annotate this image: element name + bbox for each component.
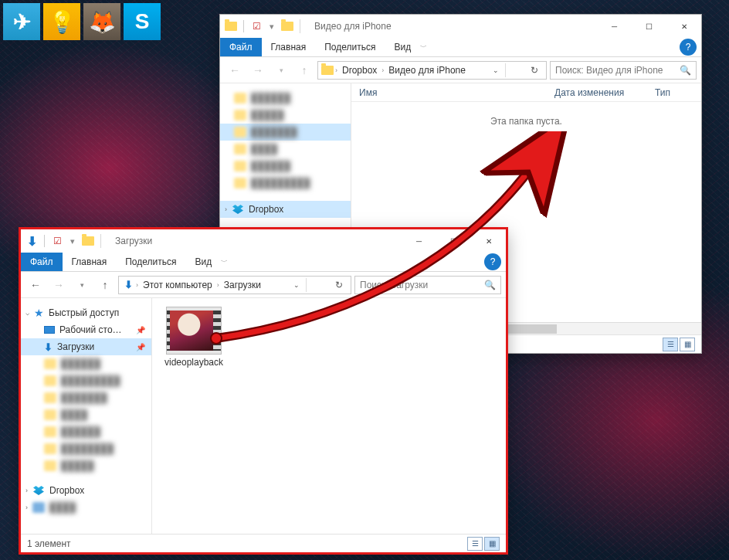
chevron-right-icon[interactable]: ›	[335, 66, 337, 74]
ribbon-expand-icon[interactable]: ﹀	[420, 42, 427, 53]
sidebar-item-blur[interactable]: ██████	[21, 355, 151, 372]
column-type[interactable]: Тип	[655, 87, 701, 98]
sidebar-item-quick-access[interactable]: ⌵ ★ Быстрый доступ	[21, 304, 151, 321]
keep-icon[interactable]: 💡	[43, 3, 80, 40]
crumb-current[interactable]: Видео для iPhone	[385, 65, 469, 76]
help-icon[interactable]: ?	[484, 253, 501, 270]
search-placeholder: Поиск: Загрузки	[360, 280, 428, 290]
refresh-icon[interactable]: ↻	[331, 280, 348, 290]
sidebar-item-blur[interactable]: █████████	[21, 372, 151, 389]
help-icon[interactable]: ?	[680, 39, 697, 56]
ribbon-expand-icon[interactable]: ﹀	[221, 257, 228, 267]
downloads-icon: ⬇	[44, 341, 53, 353]
qat-dropdown-icon[interactable]: ▾	[66, 235, 79, 247]
forward-button[interactable]: →	[248, 60, 268, 80]
sidebar-item-label: Dropbox	[249, 204, 283, 215]
minimize-button[interactable]: ─	[402, 229, 436, 253]
view-large-icons-icon[interactable]: ▦	[484, 537, 500, 551]
telegram-icon[interactable]: ✈	[3, 3, 40, 40]
breadcrumb[interactable]: › Dropbox › Видео для iPhone ⌄ ↻	[317, 61, 547, 80]
search-input[interactable]: Поиск: Загрузки 🔍	[354, 276, 501, 294]
ribbon-tab-home[interactable]: Главная	[262, 38, 316, 56]
desktop-icon	[44, 326, 55, 334]
file-view[interactable]: videoplayback	[152, 298, 506, 534]
back-button[interactable]: ←	[225, 60, 245, 80]
titlebar[interactable]: ⬇ ☑ ▾ Загрузки ─ ☐ ✕	[21, 229, 506, 253]
sidebar-item-downloads[interactable]: ⬇ Загрузки 📌	[21, 338, 151, 355]
refresh-icon[interactable]: ↻	[526, 65, 543, 76]
address-bar: ← → ▾ ↑ › Dropbox › Видео для iPhone ⌄ ↻…	[220, 57, 701, 83]
close-button[interactable]: ✕	[666, 15, 701, 38]
gimp-icon[interactable]: 🦊	[83, 3, 120, 40]
skype-icon[interactable]: S	[124, 3, 161, 40]
title-separator	[300, 19, 300, 33]
chevron-right-icon[interactable]: ›	[217, 281, 219, 289]
forward-button[interactable]: →	[49, 275, 69, 295]
sidebar-item-blur[interactable]: ██████	[220, 158, 351, 175]
sidebar-item-blur[interactable]: █████	[21, 457, 151, 474]
sidebar-item-blur[interactable]: ██████	[220, 90, 351, 107]
recent-dropdown-icon[interactable]: ▾	[271, 60, 291, 80]
view-details-icon[interactable]: ☰	[467, 537, 483, 551]
ribbon-tab-view[interactable]: Вид	[385, 38, 420, 56]
ribbon-tab-share[interactable]: Поделиться	[116, 253, 185, 271]
sidebar-item-label: Dropbox	[49, 485, 84, 496]
crumb-current[interactable]: Загрузки	[221, 280, 264, 290]
ribbon-tab-file[interactable]: Файл	[220, 38, 262, 56]
up-button[interactable]: ↑	[294, 60, 314, 80]
ribbon-tab-home[interactable]: Главная	[63, 253, 117, 271]
sidebar-item-blur[interactable]: ████	[220, 141, 351, 158]
crumb-dropbox[interactable]: Dropbox	[339, 65, 380, 76]
sidebar-item-blur[interactable]: ██████	[21, 423, 151, 440]
column-name[interactable]: Имя	[359, 87, 554, 98]
sidebar-item-blur[interactable]: █████████	[220, 175, 351, 192]
sidebar-item-blur[interactable]: ████████	[21, 440, 151, 457]
crumb-pc[interactable]: Этот компьютер	[140, 280, 215, 290]
ribbon-tab-view[interactable]: Вид	[185, 253, 221, 271]
sidebar-item-blur[interactable]: ███████	[220, 124, 351, 141]
sidebar-item-dropbox[interactable]: › Dropbox	[220, 201, 351, 218]
column-headers[interactable]: Имя Дата изменения Тип	[351, 83, 701, 102]
recent-dropdown-icon[interactable]: ▾	[72, 275, 92, 295]
sidebar-item-blur[interactable]: ███████	[21, 389, 151, 406]
explorer-window-downloads[interactable]: ⬇ ☑ ▾ Загрузки ─ ☐ ✕ Файл Главная Подели…	[20, 229, 507, 553]
sidebar-item-blur[interactable]: ████	[21, 406, 151, 423]
sidebar-item-blur[interactable]: █████	[220, 107, 351, 124]
pin-icon: 📌	[136, 326, 145, 334]
taskbar: ✈ 💡 🦊 S	[0, 0, 164, 43]
sidebar-item-blur[interactable]: ›████	[21, 499, 151, 516]
sidebar-item-label: Загрузки	[57, 341, 94, 352]
ribbon-tab-share[interactable]: Поделиться	[315, 38, 385, 56]
search-icon[interactable]: 🔍	[484, 280, 496, 290]
chevron-right-icon[interactable]: ›	[381, 66, 384, 74]
properties-icon[interactable]: ☑	[51, 235, 63, 247]
ribbon: Файл Главная Поделиться Вид ﹀ ?	[220, 38, 701, 57]
minimize-button[interactable]: ─	[597, 15, 632, 38]
breadcrumb-dropdown-icon[interactable]: ⌄	[289, 281, 304, 289]
column-date[interactable]: Дата изменения	[554, 87, 655, 98]
maximize-button[interactable]: ☐	[632, 15, 666, 38]
back-button[interactable]: ←	[25, 275, 46, 295]
titlebar[interactable]: ☑ ▾ Видео для iPhone ─ ☐ ✕	[220, 15, 701, 38]
folder-icon	[82, 235, 94, 247]
up-button[interactable]: ↑	[95, 275, 115, 295]
sidebar-item-desktop[interactable]: Рабочий сто… 📌	[21, 321, 151, 338]
ribbon-tab-file[interactable]: Файл	[21, 253, 63, 271]
nav-pane[interactable]: ⌵ ★ Быстрый доступ Рабочий сто… 📌 ⬇ Загр…	[21, 298, 152, 534]
search-icon[interactable]: 🔍	[680, 65, 691, 76]
maximize-button[interactable]: ☐	[436, 229, 471, 253]
search-input[interactable]: Поиск: Видео для iPhone 🔍	[550, 61, 697, 80]
view-details-icon[interactable]: ☰	[663, 338, 678, 351]
close-button[interactable]: ✕	[471, 229, 506, 253]
file-videoplayback[interactable]: videoplayback	[161, 307, 226, 368]
dropbox-icon	[232, 203, 244, 216]
file-name: videoplayback	[164, 357, 223, 368]
qat-dropdown-icon[interactable]: ▾	[266, 20, 278, 32]
sidebar-item-dropbox[interactable]: › Dropbox	[21, 482, 151, 499]
breadcrumb[interactable]: ⬇ › Этот компьютер › Загрузки ⌄ ↻	[118, 276, 351, 294]
window-title: Видео для iPhone	[314, 21, 392, 32]
breadcrumb-dropdown-icon[interactable]: ⌄	[488, 66, 504, 74]
view-large-icons-icon[interactable]: ▦	[680, 338, 695, 351]
chevron-right-icon[interactable]: ›	[136, 281, 138, 289]
properties-icon[interactable]: ☑	[250, 20, 263, 32]
